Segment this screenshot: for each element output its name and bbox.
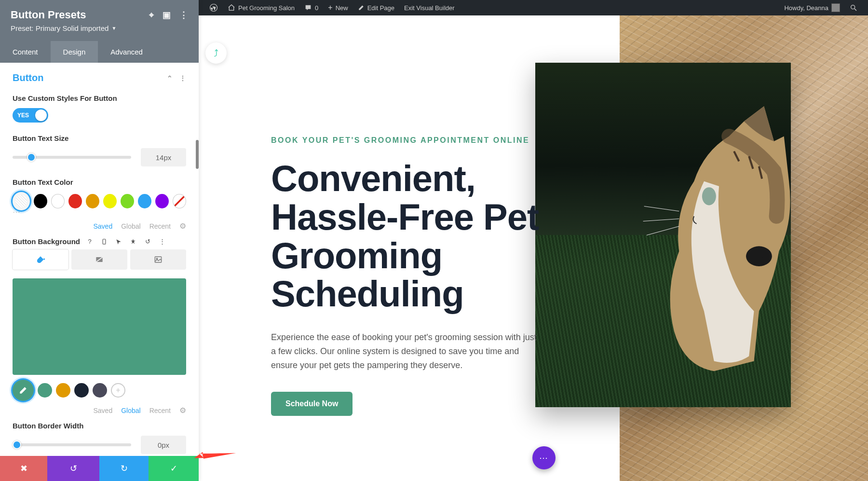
hero-kicker: BOOK YOUR PET'S GROOMING APPOINTMENT ONL… (271, 136, 541, 145)
toggle-knob (35, 110, 47, 121)
text-size-value[interactable]: 14px (141, 148, 186, 166)
reset-icon[interactable]: ↺ (143, 237, 152, 247)
drag-handle-icon[interactable]: ⋯ (0, 207, 199, 217)
border-width-value[interactable]: 0px (141, 436, 186, 454)
color-tab-recent[interactable]: Recent (149, 222, 171, 230)
bg-tab-image[interactable] (130, 249, 186, 270)
hero-content: BOOK YOUR PET'S GROOMING APPOINTMENT ONL… (271, 136, 541, 416)
comments-link[interactable]: 0 (299, 0, 323, 15)
exit-builder-link[interactable]: Exit Visual Builder (399, 0, 460, 15)
color-orange[interactable] (86, 194, 99, 208)
section-title[interactable]: Button (13, 72, 43, 83)
color-black[interactable] (34, 194, 47, 208)
panel-body: Button ⌃ ⋮ Use Custom Styles For Button … (0, 63, 199, 481)
color-tab-global[interactable]: Global (121, 222, 140, 230)
pin-icon[interactable] (128, 237, 138, 247)
redo-button[interactable]: ↻ (99, 456, 149, 481)
color-tab-recent-2[interactable]: Recent (149, 407, 171, 414)
text-color-label: Button Text Color (13, 177, 186, 187)
action-bar: ✖ ↺ ↻ ✓ (0, 456, 199, 481)
tab-design[interactable]: Design (51, 41, 98, 63)
wp-admin-bar: Pet Grooming Salon 0 + New Edit Page Exi… (199, 0, 868, 15)
bg-tab-gradient[interactable] (71, 249, 127, 270)
bg-tab-color[interactable] (13, 249, 68, 270)
color-yellow[interactable] (103, 194, 117, 208)
tab-advanced[interactable]: Advanced (98, 41, 155, 63)
toggle-yes-text: YES (17, 112, 29, 119)
hero-headline: Convenient, Hassle-Free Pet Grooming Sch… (271, 159, 541, 313)
color-lime[interactable] (121, 194, 134, 208)
global-color-3[interactable] (74, 383, 89, 398)
scrollbar-thumb[interactable] (196, 140, 199, 169)
svg-point-9 (754, 256, 764, 266)
color-blue[interactable] (138, 194, 151, 208)
mobile-icon[interactable] (99, 237, 109, 247)
more-icon[interactable]: ⋮ (179, 10, 188, 20)
gear-icon-2[interactable]: ⚙ (179, 406, 186, 415)
border-width-label: Button Border Width (13, 421, 186, 431)
color-tab-saved[interactable]: Saved (93, 222, 112, 230)
chevron-down-icon: ▼ (111, 26, 116, 31)
search-icon[interactable] (845, 4, 862, 12)
expand-icon[interactable]: ▣ (163, 10, 171, 20)
color-red[interactable] (68, 194, 82, 208)
hero-body: Experience the ease of booking your pet'… (271, 330, 541, 372)
global-color-2[interactable] (56, 383, 70, 398)
global-color-1[interactable] (38, 383, 52, 398)
panel-tabs: Content Design Advanced (0, 41, 199, 63)
wp-logo[interactable] (204, 0, 223, 15)
collapse-icon[interactable]: ⌃ (167, 74, 173, 82)
builder-fab[interactable]: ⋯ (532, 446, 556, 469)
bg-label: Button Background (13, 236, 80, 247)
settings-sidebar: Button Presets ⌖ ▣ ⋮ Preset: Primary Sol… (0, 0, 199, 481)
color-transparent[interactable] (173, 194, 186, 208)
color-white[interactable] (51, 194, 65, 208)
preset-selector[interactable]: Preset: Primary Solid imported ▼ (11, 24, 188, 32)
custom-styles-label: Use Custom Styles For Button (13, 93, 186, 103)
gear-icon[interactable]: ⚙ (179, 221, 186, 231)
global-color-4[interactable] (93, 383, 107, 398)
howdy-user[interactable]: Howdy, Deanna (779, 3, 845, 12)
avatar (831, 3, 840, 12)
hover-icon[interactable] (114, 237, 123, 247)
text-size-slider[interactable] (13, 156, 131, 159)
preset-label: Preset: Primary Solid imported (11, 24, 108, 32)
tab-content[interactable]: Content (0, 41, 51, 63)
page-preview: ⤴ BOOK YOUR PET'S GROOMING APPOINTMENT O… (199, 15, 868, 481)
text-size-label: Button Text Size (13, 133, 186, 143)
slider-thumb-border[interactable] (13, 440, 21, 449)
custom-styles-toggle[interactable]: YES (13, 108, 48, 123)
hero-cat-image (535, 63, 791, 407)
site-name[interactable]: Pet Grooming Salon (223, 0, 299, 15)
cancel-button[interactable]: ✖ (0, 456, 47, 481)
border-width-slider[interactable] (13, 443, 131, 446)
svg-point-6 (851, 5, 855, 9)
color-picker-current[interactable] (13, 192, 30, 210)
color-purple[interactable] (155, 194, 169, 208)
global-color-active[interactable] (13, 380, 34, 401)
undo-button[interactable]: ↺ (47, 456, 99, 481)
bg-color-preview[interactable] (13, 278, 186, 375)
new-link[interactable]: + New (323, 0, 353, 15)
svg-point-1 (104, 243, 104, 243)
edit-page-link[interactable]: Edit Page (353, 0, 399, 15)
help-icon[interactable]: ? (85, 237, 95, 247)
scroll-indicator[interactable]: ⤴ (205, 42, 227, 64)
svg-point-7 (702, 187, 716, 205)
bg-more-icon[interactable]: ⋮ (157, 237, 167, 247)
schedule-button[interactable]: Schedule Now (271, 392, 353, 416)
panel-title-text: Button Presets (11, 9, 86, 21)
focus-icon[interactable]: ⌖ (149, 10, 154, 20)
panel-header: Button Presets ⌖ ▣ ⋮ Preset: Primary Sol… (0, 0, 199, 41)
slider-thumb[interactable] (27, 153, 36, 162)
add-global-color[interactable]: + (111, 383, 125, 398)
section-more-icon[interactable]: ⋮ (179, 74, 186, 82)
color-tab-saved-2[interactable]: Saved (93, 407, 112, 414)
color-tab-global-2[interactable]: Global (121, 407, 140, 414)
